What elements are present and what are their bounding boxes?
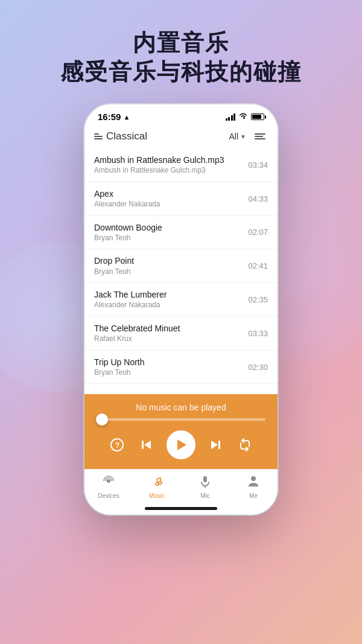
menu-icon[interactable]	[94, 133, 103, 139]
skip-next-icon	[209, 438, 222, 451]
phone-frame: 16:59 ▲	[84, 104, 278, 515]
tab-label-me: Me	[249, 493, 258, 499]
song-duration: 02:07	[248, 228, 268, 237]
svg-rect-3	[218, 441, 220, 449]
song-item-2[interactable]: Downtown Boogie Bryan Teoh 02:07	[84, 216, 278, 250]
song-artist: Bryan Teoh	[94, 234, 248, 243]
tab-icon-music	[150, 474, 164, 491]
song-item-3[interactable]: Drop Point Bryan Teoh 02:41	[84, 249, 278, 283]
wifi-icon	[238, 112, 248, 121]
song-info: Trip Up North Bryan Teoh	[94, 357, 248, 378]
player-status-text: No music can be played	[97, 403, 265, 412]
tab-label-mic: Mic	[200, 493, 210, 499]
song-title: Apex	[94, 188, 248, 199]
tab-mic[interactable]: Mic	[181, 474, 229, 499]
song-title: Drop Point	[94, 255, 248, 266]
song-duration: 02:35	[248, 295, 268, 304]
song-title: Downtown Boogie	[94, 222, 248, 233]
song-artist: Rafael Krux	[94, 334, 248, 344]
repeat-icon	[238, 438, 252, 451]
svg-marker-1	[144, 441, 151, 449]
title-line2: 感受音乐与科技的碰撞	[0, 58, 362, 87]
svg-rect-5	[203, 476, 207, 482]
app-header: Classical All ▼	[84, 126, 278, 148]
status-time: 16:59 ▲	[98, 112, 130, 122]
svg-marker-2	[211, 441, 218, 449]
status-bar: 16:59 ▲	[84, 104, 278, 126]
song-item-1[interactable]: Apex Alexander Nakarada 04:33	[84, 182, 278, 216]
svg-point-4	[107, 479, 110, 483]
play-icon	[177, 439, 186, 450]
tab-music[interactable]: Music	[133, 474, 181, 499]
tab-label-music: Music	[149, 493, 165, 499]
location-icon: ▲	[123, 113, 130, 121]
tab-icon-mic	[198, 474, 212, 491]
tab-bar: Devices Music Mic Me	[84, 469, 278, 502]
tab-icon-me	[247, 474, 260, 491]
song-item-6[interactable]: Trip Up North Bryan Teoh 02:30	[84, 351, 278, 384]
progress-bar[interactable]	[97, 418, 265, 421]
battery-icon	[251, 113, 264, 120]
song-artist: Alexander Nakarada	[94, 301, 248, 310]
equalizer-icon[interactable]	[252, 131, 268, 142]
song-info: Downtown Boogie Bryan Teoh	[94, 222, 248, 243]
song-duration: 03:34	[248, 161, 268, 170]
music-player: No music can be played ?	[84, 394, 278, 469]
song-info: Apex Alexander Nakarada	[94, 188, 248, 209]
song-info: The Celebrated Minuet Rafael Krux	[94, 323, 248, 344]
status-icons	[226, 112, 265, 121]
song-info: Drop Point Bryan Teoh	[94, 255, 248, 276]
song-title: Ambush in Rattlesnake Gulch.mp3	[94, 155, 248, 165]
song-artist: Bryan Teoh	[94, 368, 248, 378]
signal-icon	[226, 113, 236, 121]
home-indicator	[84, 502, 278, 515]
svg-point-7	[251, 476, 256, 481]
song-duration: 02:41	[248, 261, 268, 270]
song-artist: Alexander Nakarada	[94, 200, 248, 209]
phone-mockup: 16:59 ▲	[0, 98, 362, 515]
tab-icon-devices	[102, 474, 115, 491]
song-duration: 04:33	[248, 194, 268, 203]
song-list: Ambush in Rattlesnake Gulch.mp3 Ambush i…	[84, 148, 278, 394]
filter-button[interactable]: All ▼	[229, 132, 246, 141]
song-duration: 02:30	[248, 363, 268, 372]
header-title: Classical	[94, 130, 223, 142]
song-artist: Ambush in Rattlesnake Gulch.mp3	[94, 166, 248, 176]
skip-prev-icon	[140, 438, 153, 451]
song-title: Jack The Lumberer	[94, 289, 248, 300]
song-title: The Celebrated Minuet	[94, 323, 248, 334]
question-button[interactable]: ?	[107, 435, 127, 454]
title-line1: 内置音乐	[0, 29, 362, 58]
song-info: Jack The Lumberer Alexander Nakarada	[94, 289, 248, 310]
previous-button[interactable]	[137, 435, 156, 454]
question-icon: ?	[110, 438, 124, 451]
song-info: Ambush in Rattlesnake Gulch.mp3 Ambush i…	[94, 155, 248, 176]
svg-rect-0	[142, 441, 144, 449]
song-artist: Bryan Teoh	[94, 267, 248, 277]
category-title: Classical	[106, 130, 147, 142]
song-title: Trip Up North	[94, 357, 248, 368]
progress-thumb[interactable]	[96, 413, 108, 426]
page-title-area: 内置音乐 感受音乐与科技的碰撞	[0, 0, 362, 98]
song-item-5[interactable]: The Celebrated Minuet Rafael Krux 03:33	[84, 317, 278, 351]
player-controls: ?	[97, 430, 265, 459]
tab-devices[interactable]: Devices	[84, 474, 133, 499]
song-item-4[interactable]: Jack The Lumberer Alexander Nakarada 02:…	[84, 283, 278, 317]
home-bar	[145, 507, 217, 510]
filter-chevron-icon: ▼	[240, 133, 246, 140]
tab-me[interactable]: Me	[229, 474, 278, 499]
song-duration: 03:33	[248, 329, 268, 338]
song-item-0[interactable]: Ambush in Rattlesnake Gulch.mp3 Ambush i…	[84, 148, 278, 182]
play-button[interactable]	[167, 430, 195, 459]
tab-label-devices: Devices	[98, 493, 119, 499]
repeat-button[interactable]	[235, 435, 255, 454]
next-button[interactable]	[206, 435, 225, 454]
